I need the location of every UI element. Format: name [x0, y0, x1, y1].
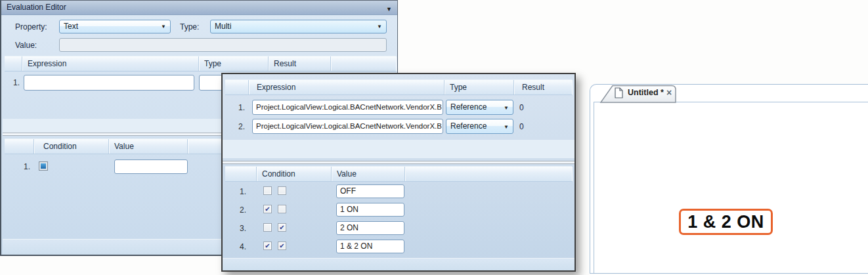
check-icon: ✔: [264, 205, 271, 213]
condition-column-header[interactable]: Condition: [34, 139, 109, 154]
splitter[interactable]: [223, 161, 575, 164]
expression-type-value: Reference: [450, 102, 487, 112]
type-column-header[interactable]: Type: [199, 56, 269, 71]
blank-column-header: [331, 56, 396, 71]
condition-checkbox-1[interactable]: ✔: [263, 242, 272, 250]
chevron-down-icon: ▼: [377, 24, 382, 30]
document-icon: [615, 87, 624, 99]
property-dropdown[interactable]: Text ▼: [59, 20, 171, 33]
condition-checkbox-1[interactable]: ✔: [263, 205, 272, 213]
indeterminate-checkbox[interactable]: [39, 161, 48, 171]
value-column-header[interactable]: Value: [109, 139, 188, 154]
evaluation-popup-panel: Expression Type Result 1. Project.Logica…: [221, 73, 576, 272]
canvas-surface[interactable]: [594, 102, 868, 273]
property-dropdown-value: Text: [64, 22, 78, 31]
property-label: Property:: [15, 22, 47, 32]
row-number: 1.: [232, 187, 246, 196]
condition-table-header: Condition Value: [225, 166, 572, 182]
condition-checkbox-2[interactable]: ✔: [278, 223, 286, 232]
indeterminate-fill: [41, 163, 46, 169]
blank-column-header: [405, 167, 572, 181]
condition-checkbox-2[interactable]: [278, 186, 286, 195]
expression-input[interactable]: [24, 75, 194, 91]
panel-menu-arrow-icon[interactable]: ▼: [386, 3, 392, 16]
canvas-text-value: 1 & 2 ON: [687, 212, 764, 232]
chevron-down-icon: ▼: [161, 24, 166, 30]
condition-checkbox-1[interactable]: [263, 223, 272, 232]
expression-input[interactable]: Project.LogicalView:Logical.BACnetNetwor…: [252, 100, 443, 115]
canvas-text-element[interactable]: 1 & 2 ON: [679, 209, 773, 235]
condition-value-input[interactable]: 1 & 2 ON: [336, 240, 404, 253]
row-number: 1.: [230, 103, 245, 112]
condition-checkbox-1[interactable]: [263, 186, 272, 195]
row-number-header: [225, 167, 257, 181]
type-dropdown-value: Multi: [215, 22, 231, 31]
row-number: 4.: [232, 242, 246, 251]
panel-title: Evaluation Editor: [7, 3, 66, 12]
check-icon: ✔: [278, 224, 286, 232]
condition-checkbox-2[interactable]: [278, 205, 286, 213]
expression-input[interactable]: Project.LogicalView:Logical.BACnetNetwor…: [252, 119, 443, 134]
chevron-down-icon: ▼: [504, 106, 509, 111]
value-field[interactable]: [59, 38, 387, 52]
panel-footer: [223, 258, 575, 270]
type-column-header[interactable]: Type: [445, 80, 514, 95]
type-label: Type:: [180, 22, 199, 32]
check-icon: ✔: [278, 242, 286, 250]
chevron-down-icon: ▼: [504, 125, 509, 130]
expression-type-value: Reference: [450, 121, 487, 131]
panel-titlebar: Evaluation Editor ▼: [1, 1, 397, 15]
condition-value-input[interactable]: 2 ON: [336, 221, 404, 235]
type-dropdown[interactable]: Multi ▼: [210, 20, 387, 33]
new-row-band: [223, 140, 575, 158]
value-label: Value:: [15, 41, 37, 50]
row-number: 2.: [230, 122, 245, 131]
result-column-header[interactable]: Result: [269, 56, 331, 71]
expression-table-header: Expression Type Result: [225, 79, 572, 95]
expression-column-header[interactable]: Expression: [249, 80, 445, 95]
row-number: 1.: [7, 78, 20, 87]
condition-value-input[interactable]: OFF: [336, 184, 404, 198]
row-number-header: [225, 80, 249, 95]
expression-column-header[interactable]: Expression: [22, 56, 199, 71]
result-value: 0: [519, 103, 524, 112]
result-value: 0: [519, 122, 524, 131]
expression-type-dropdown[interactable]: Reference ▼: [446, 100, 513, 115]
row-number: 1.: [17, 162, 30, 171]
tab-title: Untitled *: [628, 88, 664, 97]
condition-checkbox-2[interactable]: ✔: [278, 242, 286, 250]
result-column-header[interactable]: Result: [514, 80, 572, 95]
check-icon: ✔: [264, 242, 271, 250]
condition-value-input[interactable]: 1 ON: [336, 203, 404, 217]
expression-type-dropdown-partial[interactable]: [199, 75, 223, 91]
expression-table-header: Expression Type Result: [5, 56, 396, 72]
expression-type-dropdown[interactable]: Reference ▼: [446, 119, 513, 134]
row-number-header: [5, 56, 22, 71]
row-number: 3.: [232, 224, 246, 233]
screen: Evaluation Editor ▼ Property: Text ▼ Typ…: [0, 0, 868, 275]
row-number-header: [5, 139, 34, 154]
value-column-header[interactable]: Value: [332, 167, 405, 181]
condition-value-input[interactable]: [114, 159, 188, 174]
row-number: 2.: [232, 205, 246, 215]
condition-column-header[interactable]: Condition: [257, 167, 332, 181]
close-icon[interactable]: ×: [666, 87, 672, 98]
